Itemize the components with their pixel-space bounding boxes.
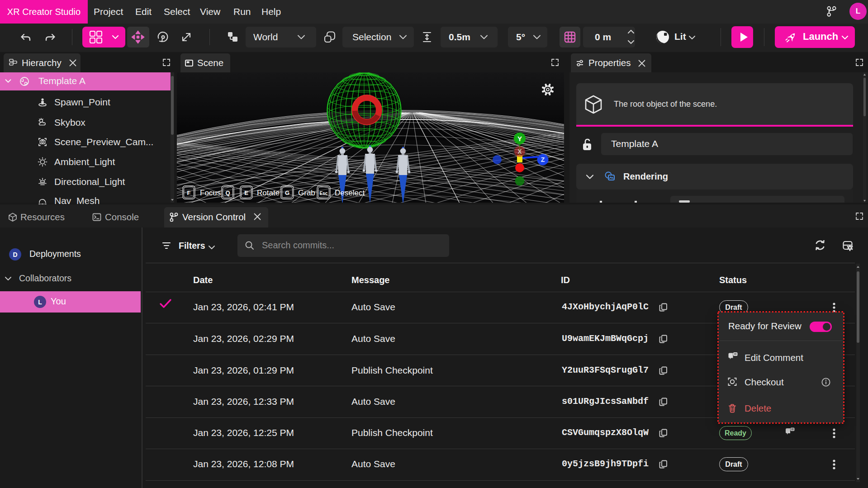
svg-text:Rotate: Rotate (257, 189, 280, 197)
svg-text:X: X (517, 148, 522, 155)
svg-text:Z: Z (541, 156, 545, 163)
svg-text:Focus: Focus (200, 189, 221, 197)
svg-text:Y: Y (517, 135, 522, 142)
svg-text:Esc: Esc (320, 191, 328, 196)
svg-text:Grab: Grab (298, 189, 315, 197)
svg-text:Q: Q (225, 190, 230, 196)
svg-text:E: E (244, 190, 248, 196)
svg-text:F: F (187, 190, 191, 196)
svg-text:G: G (285, 190, 289, 196)
svg-text:Deselect: Deselect (335, 189, 365, 197)
